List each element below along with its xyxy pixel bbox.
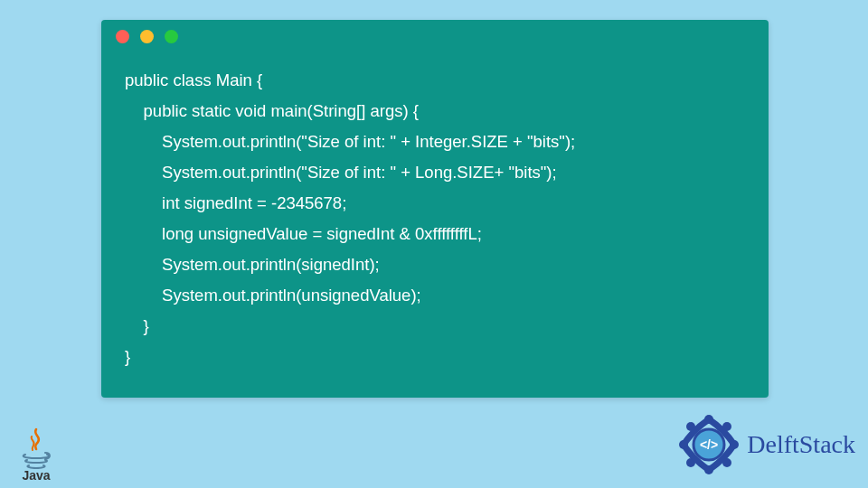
code-line: int signedInt = -2345678; bbox=[125, 193, 346, 212]
code-line: public static void main(String[] args) { bbox=[125, 101, 419, 120]
delftstack-label: DelftStack bbox=[747, 430, 855, 459]
maximize-icon bbox=[165, 30, 178, 43]
java-cup-icon bbox=[18, 427, 54, 467]
code-line: System.out.println("Size of int: " + Lon… bbox=[125, 163, 557, 182]
code-line: } bbox=[125, 347, 130, 366]
code-line: public class Main { bbox=[125, 70, 262, 89]
code-line: System.out.println(signedInt); bbox=[125, 255, 380, 274]
close-icon bbox=[116, 30, 129, 43]
code-line: } bbox=[125, 316, 149, 335]
minimize-icon bbox=[140, 30, 154, 43]
code-line: long unsignedValue = signedInt & 0xfffff… bbox=[125, 224, 482, 243]
code-line: System.out.println(unsignedValue); bbox=[125, 286, 421, 305]
java-logo: Java bbox=[9, 418, 63, 483]
code-window: public class Main { public static void m… bbox=[101, 20, 769, 398]
window-titlebar bbox=[101, 20, 769, 52]
delftstack-badge-icon: </> bbox=[678, 414, 740, 475]
java-label: Java bbox=[22, 468, 50, 483]
svg-text:</>: </> bbox=[700, 437, 718, 452]
code-block: public class Main { public static void m… bbox=[101, 52, 769, 381]
code-line: System.out.println("Size of int: " + Int… bbox=[125, 132, 575, 151]
delftstack-logo: </> DelftStack bbox=[678, 414, 855, 475]
